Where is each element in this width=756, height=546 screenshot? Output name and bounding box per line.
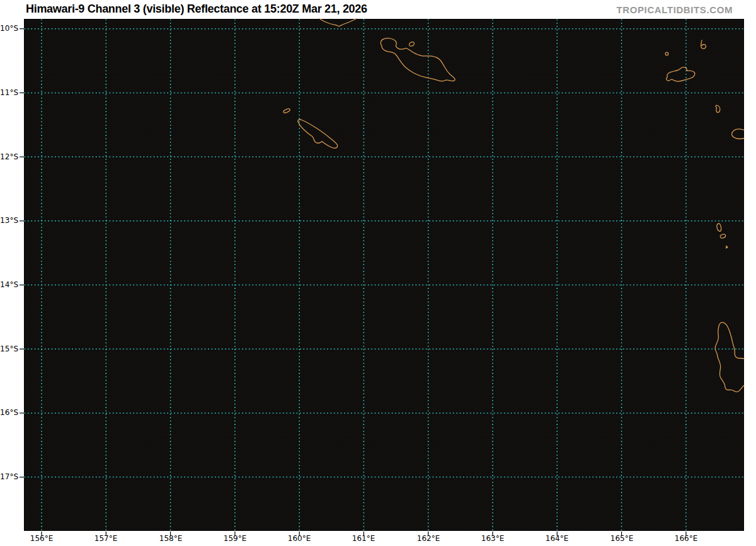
lon-label-158e: 158°E [154, 534, 187, 543]
map-title: Himawari-9 Channel 3 (visible) Reflectan… [26, 3, 367, 16]
lon-label-164e: 164°E [541, 534, 573, 543]
lat-label-16s: 16°S [0, 408, 18, 418]
lon-label-160e: 160°E [283, 534, 316, 543]
lat-label-12s: 12°S [0, 152, 18, 162]
lon-label-166e: 166°E [670, 534, 702, 543]
lon-label-157e: 157°E [89, 534, 122, 543]
lon-label-156e: 156°E [25, 534, 58, 543]
lon-label-159e: 159°E [219, 534, 251, 543]
satellite-map-page: Himawari-9 Channel 3 (visible) Reflectan… [0, 0, 756, 546]
lat-label-13s: 13°S [0, 216, 18, 225]
lat-label-11s: 11°S [0, 88, 18, 98]
lat-label-17s: 17°S [0, 472, 18, 482]
lon-label-165e: 165°E [605, 534, 638, 543]
satellite-map-canvas [24, 19, 744, 531]
lat-label-15s: 15°S [0, 344, 18, 354]
lon-label-163e: 163°E [476, 534, 509, 543]
lat-label-14s: 14°S [0, 280, 18, 290]
latitude-ticks [20, 29, 24, 477]
site-watermark: TROPICALTIDBITS.COM [617, 4, 733, 15]
lon-label-162e: 162°E [412, 534, 445, 543]
lon-label-161e: 161°E [347, 534, 380, 543]
lat-label-10s: 10°S [0, 24, 18, 33]
